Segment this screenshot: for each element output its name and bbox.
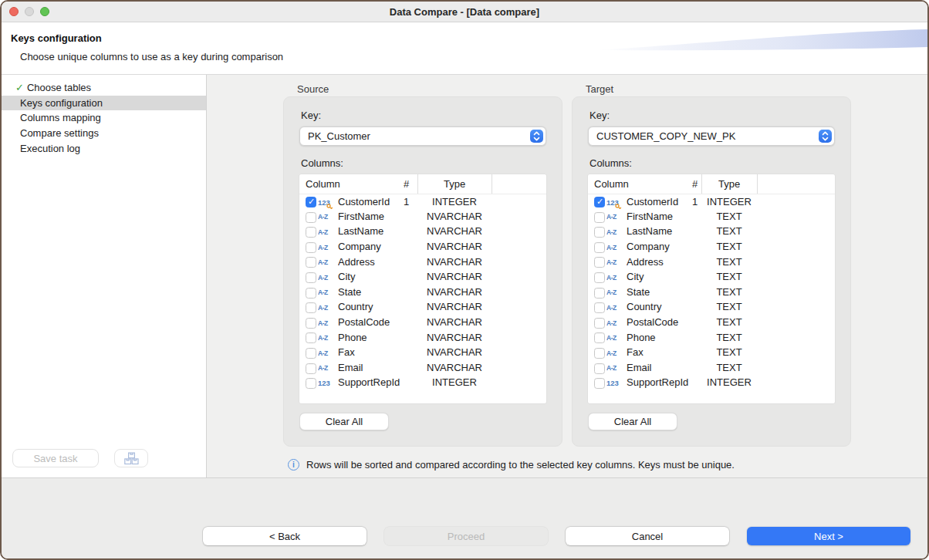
source-clear-all-button[interactable]: Clear All [299, 413, 389, 430]
column-row[interactable]: A-Z Email NVARCHAR [299, 360, 546, 376]
column-row[interactable]: A-Z Fax NVARCHAR [299, 345, 546, 360]
column-row[interactable]: A-Z Phone NVARCHAR [299, 329, 546, 345]
next-button[interactable]: Next > [747, 527, 910, 545]
column-checkbox[interactable] [594, 348, 605, 359]
column-key-order [404, 299, 417, 315]
sidebar-step-label: Compare settings [20, 127, 99, 139]
column-checkbox[interactable] [306, 272, 316, 283]
column-key-order [404, 239, 417, 255]
source-key-select[interactable]: PK_Customer [299, 127, 546, 146]
column-type-icon: A-Z [606, 213, 617, 221]
column-checkbox[interactable] [306, 332, 316, 343]
column-header[interactable]: Column [299, 174, 404, 194]
sidebar-step[interactable]: ✓ Execution log [2, 140, 206, 156]
column-checkbox[interactable] [306, 242, 316, 253]
column-row[interactable]: A-Z Fax TEXT [588, 345, 835, 360]
column-row[interactable]: A-Z PostalCode TEXT [588, 315, 835, 330]
column-checkbox[interactable] [306, 227, 316, 238]
column-key-order [404, 285, 417, 300]
column-checkbox[interactable] [594, 272, 605, 283]
column-checkbox[interactable] [594, 363, 605, 374]
column-type-icon: A-Z [318, 274, 328, 282]
column-type-icon: A-Z [318, 304, 328, 312]
column-type: NVARCHAR [417, 254, 492, 269]
column-row[interactable]: A-Z Company NVARCHAR [299, 239, 546, 255]
sidebar-step[interactable]: ✓ Keys configuration [2, 96, 206, 111]
column-row[interactable]: A-Z LastName TEXT [588, 224, 835, 239]
column-name: FirstName [338, 209, 404, 224]
column-row[interactable]: A-Z Country NVARCHAR [299, 299, 546, 315]
sidebar-step[interactable]: ✓ Choose tables [2, 80, 206, 96]
column-header[interactable]: Column [588, 174, 692, 194]
column-row[interactable]: A-Z FirstName NVARCHAR [299, 209, 546, 224]
target-clear-all-button[interactable]: Clear All [588, 413, 677, 430]
column-key-order [404, 254, 417, 269]
column-checkbox[interactable] [594, 242, 605, 253]
column-key-order: 1 [692, 194, 701, 209]
column-checkbox[interactable] [594, 197, 605, 207]
column-key-order [692, 224, 701, 239]
sidebar-step[interactable]: ✓ Columns mapping [2, 110, 206, 126]
column-type-icon: A-Z [318, 213, 328, 221]
column-checkbox[interactable] [594, 332, 605, 343]
stacked-boxes-button[interactable] [114, 449, 148, 467]
check-icon: ✓ [15, 82, 24, 93]
column-type-icon: A-Z [318, 364, 328, 372]
column-checkbox[interactable] [594, 212, 605, 223]
column-row[interactable]: 123 SupportRepId INTEGER [299, 375, 546, 390]
column-checkbox[interactable] [594, 288, 605, 299]
column-row[interactable]: A-Z FirstName TEXT [588, 209, 835, 224]
column-type-icon: 123 [606, 198, 619, 207]
column-checkbox[interactable] [306, 257, 316, 268]
column-row[interactable]: 123 CustomerId 1 INTEGER [588, 194, 835, 209]
column-checkbox[interactable] [594, 302, 605, 313]
column-key-order [692, 239, 701, 255]
proceed-button[interactable]: Proceed [384, 527, 548, 545]
column-checkbox[interactable] [306, 288, 316, 299]
column-row[interactable]: A-Z City NVARCHAR [299, 269, 546, 285]
column-checkbox[interactable] [594, 378, 605, 389]
column-row[interactable]: A-Z Address NVARCHAR [299, 254, 546, 269]
column-checkbox[interactable] [306, 363, 316, 374]
column-checkbox[interactable] [594, 257, 605, 268]
type-header[interactable]: Type [701, 174, 757, 194]
chevron-up-down-icon [819, 130, 832, 143]
column-row[interactable]: A-Z State TEXT [588, 285, 835, 300]
column-row[interactable]: A-Z State NVARCHAR [299, 285, 546, 300]
column-row[interactable]: 123 CustomerId 1 INTEGER [299, 194, 546, 209]
column-checkbox[interactable] [306, 212, 316, 223]
column-type-icon: A-Z [318, 349, 328, 357]
column-checkbox[interactable] [306, 348, 316, 359]
column-row[interactable]: A-Z PostalCode NVARCHAR [299, 315, 546, 330]
cancel-button[interactable]: Cancel [566, 527, 729, 545]
column-checkbox[interactable] [306, 378, 316, 389]
column-row[interactable]: A-Z LastName NVARCHAR [299, 224, 546, 239]
column-row[interactable]: 123 SupportRepId INTEGER [588, 375, 835, 390]
source-columns-table: Column # Type 123 CustomerId 1 INTEGER A… [299, 174, 546, 403]
sidebar-step[interactable]: ✓ Compare settings [2, 126, 206, 141]
info-text: Rows will be sorted and compared accordi… [306, 459, 735, 471]
num-header[interactable]: # [404, 174, 417, 194]
column-row[interactable]: A-Z Company TEXT [588, 239, 835, 255]
save-task-button[interactable]: Save task [12, 449, 99, 467]
column-checkbox[interactable] [594, 318, 605, 329]
column-row[interactable]: A-Z Email TEXT [588, 360, 835, 376]
type-header[interactable]: Type [417, 174, 492, 194]
source-key-value: PK_Customer [300, 130, 370, 142]
target-key-select[interactable]: CUSTOMER_COPY_NEW_PK [588, 127, 835, 146]
column-row[interactable]: A-Z Address TEXT [588, 254, 835, 269]
column-checkbox[interactable] [306, 302, 316, 313]
back-button[interactable]: < Back [203, 527, 367, 545]
column-name: City [338, 269, 404, 285]
column-checkbox[interactable] [306, 197, 316, 207]
column-name: CustomerId [338, 194, 404, 209]
column-row[interactable]: A-Z Country TEXT [588, 299, 835, 315]
column-type-icon: A-Z [606, 274, 617, 282]
column-row[interactable]: A-Z City TEXT [588, 269, 835, 285]
num-header[interactable]: # [692, 174, 701, 194]
column-key-order [692, 329, 701, 345]
column-key-order [404, 269, 417, 285]
column-checkbox[interactable] [594, 227, 605, 238]
column-row[interactable]: A-Z Phone TEXT [588, 329, 835, 345]
column-checkbox[interactable] [306, 318, 316, 329]
